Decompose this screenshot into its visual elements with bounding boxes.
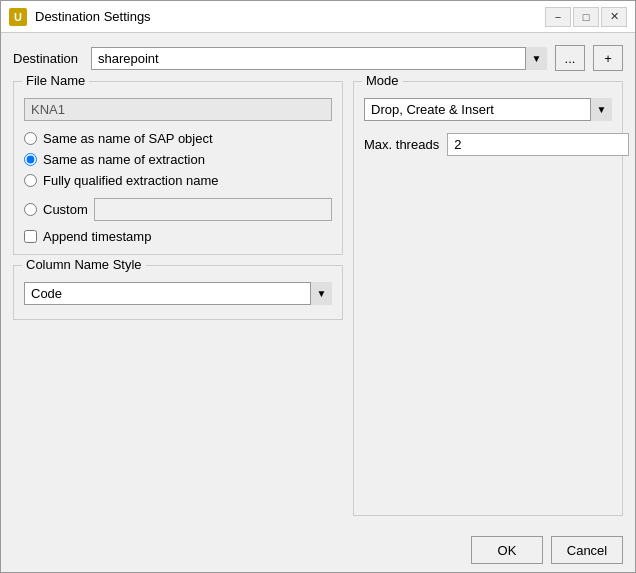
radio-sap-object[interactable] [24, 132, 37, 145]
radio-custom[interactable] [24, 203, 37, 216]
radio-fully-qualified[interactable] [24, 174, 37, 187]
radio-group: Same as name of SAP object Same as name … [24, 131, 332, 188]
destination-label: Destination [13, 51, 83, 66]
column-name-style-select-wrapper: Code Description ▼ [24, 282, 332, 305]
max-threads-input[interactable] [447, 133, 629, 156]
content-area: Destination sharepoint filesystem databa… [1, 33, 635, 528]
right-panel: Mode Drop, Create & Insert Truncate & In… [353, 81, 623, 516]
mode-group-title: Mode [362, 73, 403, 88]
radio-fully-qualified-label[interactable]: Fully qualified extraction name [43, 173, 219, 188]
radio-custom-label[interactable]: Custom [43, 202, 88, 217]
destination-select[interactable]: sharepoint filesystem database [91, 47, 547, 70]
app-logo: U [9, 8, 27, 26]
maximize-button[interactable]: □ [573, 7, 599, 27]
file-name-input[interactable] [24, 98, 332, 121]
plus-button[interactable]: + [593, 45, 623, 71]
column-name-style-title: Column Name Style [22, 257, 146, 272]
footer: OK Cancel [1, 528, 635, 572]
mode-group: Mode Drop, Create & Insert Truncate & In… [353, 81, 623, 516]
mode-select[interactable]: Drop, Create & Insert Truncate & Insert … [364, 98, 612, 121]
window-title: Destination Settings [35, 9, 545, 24]
custom-row: Custom [24, 198, 332, 221]
column-name-style-section: Column Name Style Code Description ▼ [13, 265, 343, 320]
column-name-style-select[interactable]: Code Description [24, 282, 332, 305]
window-controls: − □ ✕ [545, 7, 627, 27]
close-button[interactable]: ✕ [601, 7, 627, 27]
radio-item-extraction: Same as name of extraction [24, 152, 332, 167]
destination-row: Destination sharepoint filesystem databa… [13, 45, 623, 71]
cancel-button[interactable]: Cancel [551, 536, 623, 564]
minimize-button[interactable]: − [545, 7, 571, 27]
destination-select-wrapper: sharepoint filesystem database ▼ [91, 47, 547, 70]
max-threads-label: Max. threads [364, 137, 439, 152]
radio-extraction[interactable] [24, 153, 37, 166]
file-name-group-title: File Name [22, 73, 89, 88]
custom-input[interactable] [94, 198, 332, 221]
file-name-group: File Name Same as name of SAP object Sam… [13, 81, 343, 255]
window: U Destination Settings − □ ✕ Destination… [0, 0, 636, 573]
radio-item-fully-qualified: Fully qualified extraction name [24, 173, 332, 188]
radio-sap-object-label[interactable]: Same as name of SAP object [43, 131, 213, 146]
mode-select-wrapper: Drop, Create & Insert Truncate & Insert … [364, 98, 612, 121]
append-timestamp-row: Append timestamp [24, 229, 332, 244]
max-threads-row: Max. threads [364, 133, 612, 156]
title-bar: U Destination Settings − □ ✕ [1, 1, 635, 33]
radio-item-sap-object: Same as name of SAP object [24, 131, 332, 146]
dots-button[interactable]: ... [555, 45, 585, 71]
append-timestamp-checkbox[interactable] [24, 230, 37, 243]
radio-extraction-label[interactable]: Same as name of extraction [43, 152, 205, 167]
panels-row: File Name Same as name of SAP object Sam… [13, 81, 623, 516]
append-timestamp-label[interactable]: Append timestamp [43, 229, 151, 244]
column-name-style-group: Column Name Style Code Description ▼ [13, 265, 343, 320]
left-panel: File Name Same as name of SAP object Sam… [13, 81, 343, 516]
ok-button[interactable]: OK [471, 536, 543, 564]
